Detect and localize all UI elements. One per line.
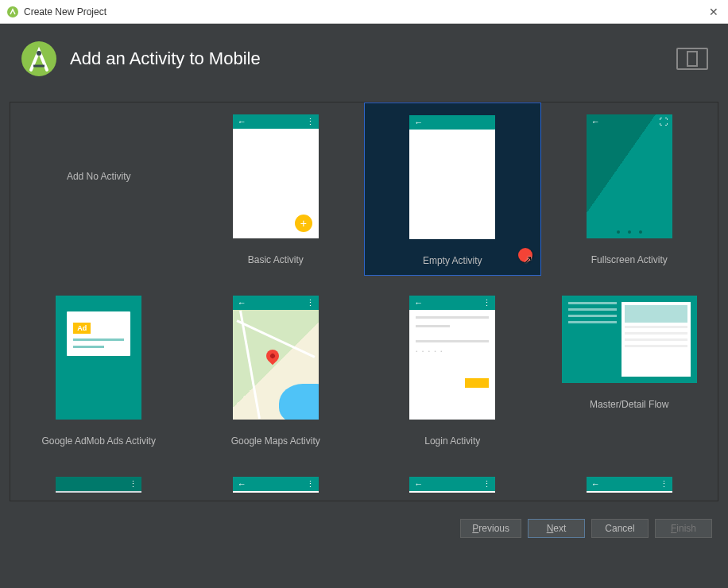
back-arrow-icon: ← <box>414 298 423 308</box>
activity-label: Add No Activity <box>67 171 131 182</box>
back-arrow-icon: ← <box>238 117 246 126</box>
activity-thumbnail: Ad <box>56 296 141 420</box>
back-arrow-icon: ← <box>414 479 423 489</box>
activity-option-maps[interactable]: ←⋮ Google Maps Activity <box>188 284 365 457</box>
next-button[interactable]: Next <box>528 519 585 538</box>
activity-thumbnail: ← <box>409 115 495 239</box>
activity-label: Master/Detail Flow <box>590 399 668 410</box>
android-studio-icon <box>6 6 19 18</box>
overflow-menu-icon: ⋮ <box>482 479 490 489</box>
svg-point-1 <box>21 41 56 76</box>
activity-option-basic[interactable]: ←⋮ + Basic Activity <box>188 103 365 276</box>
svg-point-0 <box>7 6 18 17</box>
footer-buttons: Previous Next Cancel Finish <box>0 509 728 547</box>
activity-label: Google Maps Activity <box>231 435 320 447</box>
activity-option-partial-2[interactable]: ←⋮ <box>188 465 365 493</box>
activity-label: Google AdMob Ads Activity <box>42 435 156 447</box>
activity-gallery: Add No Activity ←⋮ + Basic Activity ← <box>10 102 718 501</box>
overflow-menu-icon <box>489 118 490 127</box>
cursor-indicator <box>518 248 532 262</box>
back-arrow-icon: ← <box>591 479 600 489</box>
cancel-button[interactable]: Cancel <box>591 519 649 538</box>
activity-option-none[interactable]: Add No Activity <box>10 103 188 276</box>
activity-option-empty[interactable]: ← Empty Activity <box>364 103 541 276</box>
overflow-menu-icon: ⋮ <box>306 479 314 489</box>
activity-option-partial-3[interactable]: ←⋮ <box>364 465 541 493</box>
overflow-menu-icon: ⋮ <box>482 298 490 308</box>
activity-label: Basic Activity <box>248 254 304 265</box>
back-arrow-icon: ← <box>238 479 246 489</box>
activity-grid[interactable]: Add No Activity ←⋮ + Basic Activity ← <box>10 103 718 501</box>
overflow-menu-icon: ⋮ <box>306 117 314 127</box>
back-arrow-icon: ← <box>414 118 423 127</box>
close-icon[interactable]: ✕ <box>706 6 722 18</box>
fab-icon: + <box>295 215 312 232</box>
activity-option-partial-1[interactable]: ⋮ <box>10 465 188 493</box>
android-studio-logo-icon <box>20 40 58 78</box>
back-arrow-icon: ← <box>238 298 246 308</box>
previous-button[interactable]: Previous <box>460 519 521 538</box>
activity-label: Login Activity <box>424 435 480 447</box>
overflow-menu-icon: ⋮ <box>129 479 137 489</box>
window-title: Create New Project <box>24 6 106 17</box>
activity-thumbnail: ←⛶ <box>587 114 672 238</box>
map-pin-icon <box>263 347 281 366</box>
ad-badge: Ad <box>73 323 91 334</box>
activity-thumbnail: ←⋮ <box>233 296 319 420</box>
page-title: Add an Activity to Mobile <box>70 48 676 69</box>
titlebar: Create New Project ✕ <box>0 0 728 24</box>
device-icon <box>676 48 708 70</box>
activity-thumbnail <box>562 296 697 383</box>
overflow-menu-icon: ⋮ <box>306 298 314 308</box>
back-arrow-icon: ← <box>591 117 600 126</box>
activity-thumbnail: ←⋮ + <box>233 114 319 238</box>
activity-option-partial-4[interactable]: ←⋮ <box>541 465 718 493</box>
activity-label: Empty Activity <box>423 255 482 266</box>
activity-option-fullscreen[interactable]: ←⛶ Fullscreen Activity <box>541 103 718 276</box>
activity-option-admob[interactable]: Ad Google AdMob Ads Activity <box>10 284 188 457</box>
header: Add an Activity to Mobile <box>0 24 728 94</box>
activity-label: Fullscreen Activity <box>591 254 668 265</box>
activity-thumbnail: ←⋮ • • • • • <box>409 296 495 420</box>
activity-option-master-detail[interactable]: Master/Detail Flow <box>541 284 718 457</box>
svg-point-2 <box>37 51 41 56</box>
overflow-menu-icon: ⋮ <box>660 479 668 489</box>
fullscreen-icon: ⛶ <box>659 117 668 126</box>
finish-button: Finish <box>655 519 712 538</box>
activity-option-login[interactable]: ←⋮ • • • • • Login Activity <box>364 284 541 457</box>
